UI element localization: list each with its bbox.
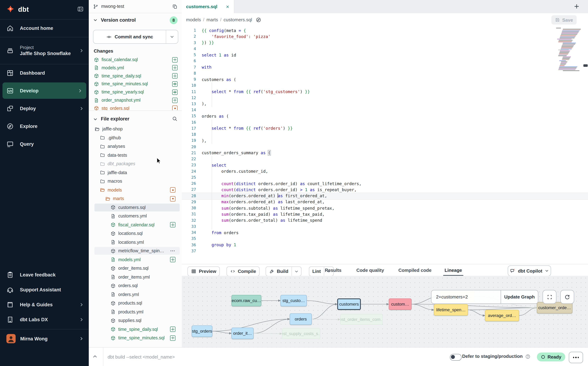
modified-badge[interactable] xyxy=(170,187,175,193)
lineage-node-stg_orders[interactable]: stg_orders xyxy=(192,326,212,337)
tree-file-fiscal-calendar-sql[interactable]: fiscal_calendar.sql xyxy=(94,221,180,229)
stage-add-badge[interactable] xyxy=(172,89,178,95)
panel-tab-compiled-code[interactable]: Compiled code xyxy=(397,264,433,276)
tree-file-supplies-sql[interactable]: supplies.sql xyxy=(94,317,180,324)
tree-folder-jaffle-shop[interactable]: jaffle-shop xyxy=(94,125,180,133)
tree-file-customers-sql[interactable]: customers.sql xyxy=(94,203,180,211)
dbt-command-input[interactable]: dbt build --select <model_name> xyxy=(103,348,427,366)
compass-icon[interactable] xyxy=(256,17,261,23)
breadcrumb-segment[interactable]: marts xyxy=(207,17,218,22)
branch-name[interactable]: mwong-test xyxy=(101,4,124,9)
tree-file-customers-yml[interactable]: customers.yml xyxy=(94,212,180,220)
sidebar-item-explore[interactable]: Explore xyxy=(0,117,89,135)
lineage-node-average[interactable]: average_ord… xyxy=(485,310,519,321)
build-button[interactable]: Build xyxy=(265,267,301,276)
breadcrumb-segment[interactable]: customers.sql xyxy=(223,17,252,22)
lineage-node-test_order[interactable]: test_order_items_com… xyxy=(340,314,383,325)
stage-add-badge[interactable] xyxy=(172,81,178,87)
sidebar-item-project[interactable]: ProjectJaffle Shop Snowflake xyxy=(0,37,89,64)
refresh-button[interactable] xyxy=(560,290,574,304)
lineage-node-test_supply[interactable]: test_supply_costs_s… xyxy=(282,328,320,339)
chevron-down-icon[interactable] xyxy=(93,117,98,122)
sidebar-item-develop[interactable]: Develop xyxy=(2,83,86,99)
editor-scrollbar[interactable] xyxy=(583,64,588,67)
preview-button[interactable]: Preview xyxy=(187,267,220,276)
commit-options-chevron[interactable] xyxy=(166,30,178,43)
panel-tab-code-quality[interactable]: Code quality xyxy=(353,264,387,276)
tree-file-orders-sql[interactable]: orders.sql xyxy=(94,282,180,290)
change-item[interactable]: time_spine_daily.sql xyxy=(94,72,182,79)
tree-file-products-sql[interactable]: products.sql xyxy=(94,299,180,307)
change-item[interactable]: stg_orders.sql xyxy=(94,105,182,110)
tree-folder-marts[interactable]: marts xyxy=(94,195,180,203)
modified-badge[interactable] xyxy=(170,196,175,201)
tree-folder-dbt-packages[interactable]: dbt_packages xyxy=(94,160,180,168)
row-menu-icon[interactable] xyxy=(170,248,175,254)
lineage-node-stg_customers[interactable]: stg_custo… xyxy=(281,295,307,306)
stage-add-badge[interactable] xyxy=(170,222,175,227)
dbt-copilot-button[interactable]: dbt Copilot xyxy=(508,266,551,276)
lineage-node-custom[interactable]: custom… xyxy=(389,298,411,310)
tree-folder-macros[interactable]: macros xyxy=(94,177,180,185)
change-item[interactable]: order_snapshot.yml xyxy=(94,97,182,104)
commit-and-sync-button[interactable]: Commit and sync xyxy=(93,30,178,44)
sidebar-item-query[interactable]: Query xyxy=(0,135,89,153)
lineage-search-input[interactable]: 2+customers+2 xyxy=(432,290,501,304)
search-icon[interactable] xyxy=(172,116,178,122)
panel-tab-results[interactable]: Results xyxy=(322,264,344,276)
lineage-node-ecom[interactable]: ecom.raw_cu… xyxy=(231,295,261,306)
stage-add-badge[interactable] xyxy=(170,257,175,262)
lineage-node-order_items[interactable]: order_it… xyxy=(231,328,253,339)
sidebar-item-account-home[interactable]: Account home xyxy=(0,19,89,37)
tree-file-products-yml[interactable]: products.yml xyxy=(94,308,180,316)
sidebar-collapse-icon[interactable] xyxy=(77,6,84,12)
version-control-header[interactable]: Version control xyxy=(101,17,136,23)
defer-toggle[interactable] xyxy=(450,354,461,361)
compile-button[interactable]: Compile xyxy=(227,267,260,276)
sidebar-item-leave-feedback[interactable]: Leave feedback xyxy=(0,267,89,282)
tree-file-orders-yml[interactable]: orders.yml xyxy=(94,290,180,298)
sidebar-item-deploy[interactable]: Deploy xyxy=(0,99,89,117)
lineage-node-lifetime[interactable]: lifetime_spen… xyxy=(434,304,468,316)
more-options-button[interactable] xyxy=(569,352,583,363)
status-badge[interactable]: Ready xyxy=(537,352,565,361)
tree-folder--github[interactable]: .github xyxy=(94,134,180,142)
tree-file-locations-yml[interactable]: locations.yml xyxy=(94,238,180,246)
change-item[interactable]: time_spine_yearly.sql xyxy=(94,89,182,96)
modified-badge[interactable] xyxy=(172,106,178,110)
breadcrumb-segment[interactable]: models xyxy=(186,17,201,22)
update-graph-button[interactable]: Update Graph xyxy=(501,290,538,304)
panel-tab-lineage[interactable]: Lineage xyxy=(443,264,464,276)
sidebar-item-support-assistant[interactable]: Support Assistant xyxy=(0,282,89,297)
sidebar-item-dashboard[interactable]: Dashboard xyxy=(0,64,89,82)
stage-add-badge[interactable] xyxy=(170,327,175,332)
tree-file-order-items-yml[interactable]: order_items.yml xyxy=(94,273,180,281)
stage-add-badge[interactable] xyxy=(170,335,175,341)
copy-icon[interactable] xyxy=(172,4,178,9)
stage-add-badge[interactable] xyxy=(172,57,178,62)
close-icon[interactable] xyxy=(225,4,230,9)
tree-file-time-spine-daily-sql[interactable]: time_spine_daily.sql xyxy=(94,325,180,333)
tree-file-order-items-sql[interactable]: order_items.sql xyxy=(94,264,180,272)
tree-folder-models[interactable]: models xyxy=(94,186,180,194)
tree-folder-data-tests[interactable]: data-tests xyxy=(94,151,180,159)
build-options-chevron[interactable] xyxy=(291,267,301,276)
stage-add-badge[interactable] xyxy=(172,98,178,103)
lineage-node-orders[interactable]: orders xyxy=(290,313,312,325)
sidebar-item-dbt-labs-dx[interactable]: dbt Labs DX xyxy=(0,312,89,327)
tree-file-locations-sql[interactable]: locations.sql xyxy=(94,229,180,237)
help-icon[interactable] xyxy=(525,354,530,359)
tab-customers-sql[interactable]: customers.sql xyxy=(182,0,234,13)
lineage-canvas[interactable]: ecom.raw_cu…stg_custo…customerscustom…co… xyxy=(182,276,588,347)
stage-add-badge[interactable] xyxy=(172,73,178,78)
tree-folder-analyses[interactable]: analyses xyxy=(94,143,180,150)
save-button[interactable]: Save xyxy=(551,15,577,24)
tree-file-metricflow-time-spine-sql[interactable]: metricflow_time_spine.sql xyxy=(94,247,180,255)
tree-folder-jaffle-data[interactable]: jaffle-data xyxy=(94,169,180,176)
change-item[interactable]: time_spine_minutes.sql xyxy=(94,80,182,88)
chevron-up-icon[interactable] xyxy=(92,354,98,359)
new-tab-button[interactable] xyxy=(573,3,580,10)
user-menu[interactable]: Mirna Wong xyxy=(0,329,89,348)
sidebar-item-help-guides[interactable]: Help & Guides xyxy=(0,297,89,312)
stage-add-badge[interactable] xyxy=(172,65,178,70)
